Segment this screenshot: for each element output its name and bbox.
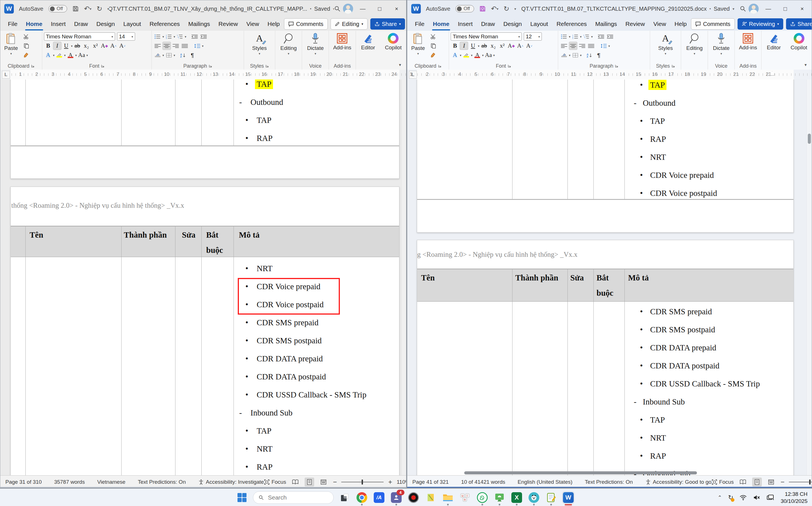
volume-muted-icon[interactable] [753,494,760,501]
shrink-font-button[interactable]: A˅ [525,42,534,50]
bold-button[interactable]: B [451,42,459,50]
editor-button[interactable]: Editor [764,32,783,52]
autosave-toggle[interactable]: Off [455,5,474,12]
underline-button[interactable]: U [62,42,71,50]
redo-button[interactable]: ↻ [504,5,509,13]
word-taskbar-icon[interactable]: W [562,491,575,504]
close-button[interactable]: × [795,3,809,15]
search-input[interactable] [268,494,319,501]
change-case-button[interactable]: Aa [77,51,86,59]
show-formatting-button[interactable]: ¶ [595,51,603,59]
web-layout-button[interactable] [766,478,776,487]
align-left-button[interactable] [560,42,568,50]
format-painter-button[interactable] [429,51,437,59]
editor-button[interactable]: Editor [359,32,377,52]
read-mode-button[interactable] [291,478,300,487]
show-formatting-button[interactable]: ¶ [188,51,197,59]
styles-dialog-launcher-icon[interactable] [672,64,675,68]
undo-button[interactable]: ↶▾ [84,5,92,13]
increase-indent-button[interactable] [606,32,614,40]
read-mode-button[interactable] [738,478,748,487]
save-icon[interactable] [72,5,79,12]
comments-button[interactable]: Comments [691,18,735,29]
bold-button[interactable]: B [44,42,53,50]
strikethrough-button[interactable]: ab [480,42,489,50]
italic-button[interactable]: I [53,42,62,50]
vertical-scrollbar[interactable] [401,80,406,475]
shrink-font-button[interactable]: A˅ [118,42,127,50]
unikey-icon[interactable]: uin [459,491,471,504]
snipping-tool-icon[interactable] [339,491,351,504]
search-icon[interactable] [740,5,746,12]
wifi-icon[interactable] [740,494,747,501]
zoom-slider[interactable] [789,482,812,482]
account-avatar[interactable] [748,4,759,14]
superscript-button[interactable]: x² [91,42,99,50]
styles-button[interactable]: A Styles▾ [250,32,269,56]
italic-button[interactable]: I [460,42,468,50]
tab-file[interactable]: File [4,18,22,30]
text-predictions[interactable]: Text Predictions: On [585,479,633,485]
document-page[interactable]: thống <Roaming 2.0> - Nghiệp vụ cấu hình… [10,187,399,475]
decrease-indent-button[interactable] [191,32,199,40]
battery-saver-icon[interactable] [766,494,774,501]
multilevel-list-button[interactable]: 1ai [582,32,591,40]
print-layout-button[interactable] [752,478,762,487]
tab-view[interactable]: View [242,18,263,30]
tab-layout[interactable]: Layout [119,18,145,30]
tab-draw[interactable]: Draw [70,18,92,30]
collapse-ribbon-button[interactable]: ▾ [804,62,807,67]
grow-font-button[interactable]: A˄ [109,42,118,50]
maximize-button[interactable]: □ [372,3,387,15]
numbered-list-button[interactable]: 123 [571,32,580,40]
teams-icon[interactable]: 4 [390,491,402,504]
chrome-icon[interactable] [356,491,368,504]
copy-button[interactable] [22,41,30,50]
word-count[interactable]: 35787 words [54,479,85,485]
tab-review[interactable]: Review [621,18,649,30]
justify-button[interactable] [180,42,189,50]
tray-chevron-icon[interactable]: ⌃ [718,494,722,501]
minimize-button[interactable]: — [355,3,370,15]
multilevel-list-button[interactable]: 1ai [176,32,184,40]
sort-button[interactable]: AZ [586,51,594,59]
grow-font-button[interactable]: A˄ [516,42,525,50]
dictate-button[interactable]: Dictate▾ [305,32,326,56]
web-layout-button[interactable] [319,478,328,487]
clipboard-dialog-launcher-icon[interactable] [31,64,34,68]
copy-button[interactable] [429,41,437,50]
shading-button[interactable] [560,51,568,59]
paste-button[interactable]: Paste▾ [2,32,20,56]
screen-share-icon[interactable] [493,491,506,504]
align-center-button[interactable] [569,42,577,50]
horizontal-ruler[interactable]: L 12345678910111213141516171819202122232… [0,70,406,80]
account-avatar[interactable] [343,4,353,14]
language-indicator[interactable]: Vietnamese [97,479,126,485]
sort-button[interactable]: AZ [179,51,188,59]
share-button[interactable]: Share▾ [786,18,812,29]
tab-home[interactable]: Home [22,18,47,30]
search-icon[interactable] [334,5,341,12]
cut-button[interactable] [22,32,30,40]
highlight-color-button[interactable] [462,51,470,59]
close-button[interactable]: × [389,3,404,15]
line-spacing-button[interactable] [599,42,608,50]
document-page[interactable]: •TAP-Outbound•TAP•RAP•NRT•CDR Voice prep… [417,80,794,233]
align-right-button[interactable] [578,42,586,50]
horizontal-scrollbar-thumb[interactable] [464,471,697,475]
cut-button[interactable] [429,32,437,40]
font-name-combo[interactable]: Times New Roman▾ [44,32,115,40]
file-explorer-icon[interactable] [442,491,454,504]
focus-button[interactable]: Focus [712,479,734,485]
sync-update-icon[interactable]: ↻ [728,494,733,501]
font-size-combo[interactable]: 12▾ [524,32,542,40]
notepadpp-icon[interactable] [545,491,557,504]
text-predictions[interactable]: Text Predictions: On [138,479,186,485]
line-spacing-button[interactable] [193,42,201,50]
accessibility-status[interactable]: Accessibility: Investigate [198,479,264,485]
save-icon[interactable] [479,5,486,12]
paste-button[interactable]: Paste▾ [409,32,427,56]
vertical-scrollbar-thumb[interactable] [808,134,811,144]
font-color-button[interactable]: A [66,51,75,59]
page-indicator[interactable]: Page 41 of 321 [412,479,449,485]
